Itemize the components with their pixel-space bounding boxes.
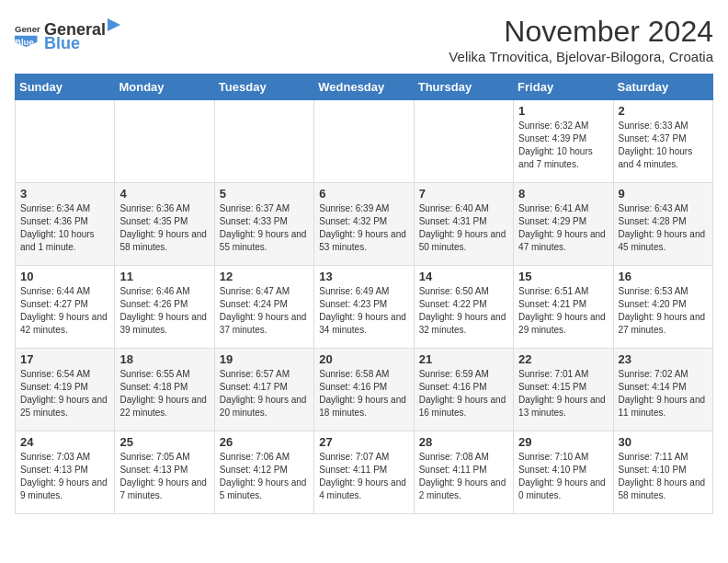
- day-cell: 20Sunrise: 6:58 AM Sunset: 4:16 PM Dayli…: [314, 349, 414, 431]
- day-cell: 28Sunrise: 7:08 AM Sunset: 4:11 PM Dayli…: [414, 431, 513, 514]
- day-info: Sunrise: 6:51 AM Sunset: 4:21 PM Dayligh…: [518, 285, 608, 337]
- day-cell: 16Sunrise: 6:53 AM Sunset: 4:20 PM Dayli…: [613, 266, 712, 349]
- day-number: 29: [518, 435, 608, 449]
- day-info: Sunrise: 7:05 AM Sunset: 4:13 PM Dayligh…: [119, 451, 209, 502]
- day-cell: 2Sunrise: 6:33 AM Sunset: 4:37 PM Daylig…: [613, 100, 712, 183]
- day-cell: 24Sunrise: 7:03 AM Sunset: 4:13 PM Dayli…: [16, 431, 115, 514]
- day-info: Sunrise: 6:44 AM Sunset: 4:27 PM Dayligh…: [20, 285, 109, 337]
- header-thursday: Thursday: [414, 75, 513, 100]
- day-number: 28: [419, 435, 508, 449]
- header-wednesday: Wednesday: [314, 75, 414, 100]
- day-info: Sunrise: 6:34 AM Sunset: 4:36 PM Dayligh…: [20, 202, 109, 254]
- day-number: 18: [119, 352, 209, 366]
- day-info: Sunrise: 7:07 AM Sunset: 4:11 PM Dayligh…: [319, 451, 408, 502]
- week-row-2: 3Sunrise: 6:34 AM Sunset: 4:36 PM Daylig…: [16, 183, 713, 266]
- day-info: Sunrise: 6:50 AM Sunset: 4:22 PM Dayligh…: [419, 285, 508, 337]
- day-number: 8: [518, 187, 608, 201]
- week-row-5: 24Sunrise: 7:03 AM Sunset: 4:13 PM Dayli…: [16, 431, 713, 514]
- day-number: 9: [619, 187, 708, 201]
- day-info: Sunrise: 7:06 AM Sunset: 4:12 PM Dayligh…: [220, 451, 309, 502]
- day-number: 25: [119, 435, 209, 449]
- day-info: Sunrise: 6:40 AM Sunset: 4:31 PM Dayligh…: [419, 202, 508, 254]
- day-cell: 10Sunrise: 6:44 AM Sunset: 4:27 PM Dayli…: [16, 266, 115, 349]
- day-info: Sunrise: 6:32 AM Sunset: 4:39 PM Dayligh…: [518, 120, 608, 171]
- calendar-header-row: SundayMondayTuesdayWednesdayThursdayFrid…: [16, 75, 713, 100]
- week-row-1: 1Sunrise: 6:32 AM Sunset: 4:39 PM Daylig…: [16, 100, 713, 183]
- day-cell: 3Sunrise: 6:34 AM Sunset: 4:36 PM Daylig…: [16, 183, 115, 266]
- day-info: Sunrise: 7:01 AM Sunset: 4:15 PM Dayligh…: [518, 368, 608, 419]
- day-cell: [16, 100, 115, 183]
- day-cell: 22Sunrise: 7:01 AM Sunset: 4:15 PM Dayli…: [514, 349, 613, 431]
- day-cell: 27Sunrise: 7:07 AM Sunset: 4:11 PM Dayli…: [314, 431, 414, 514]
- day-number: 26: [220, 435, 309, 449]
- day-number: 3: [20, 187, 109, 201]
- logo-arrow-icon: [106, 15, 122, 35]
- day-number: 15: [518, 270, 608, 283]
- day-info: Sunrise: 6:41 AM Sunset: 4:29 PM Dayligh…: [518, 202, 608, 254]
- day-cell: 15Sunrise: 6:51 AM Sunset: 4:21 PM Dayli…: [514, 266, 613, 349]
- day-cell: 21Sunrise: 6:59 AM Sunset: 4:16 PM Dayli…: [414, 349, 513, 431]
- day-cell: 12Sunrise: 6:47 AM Sunset: 4:24 PM Dayli…: [214, 266, 313, 349]
- day-info: Sunrise: 6:59 AM Sunset: 4:16 PM Dayligh…: [419, 368, 508, 419]
- day-number: 12: [220, 270, 309, 283]
- day-cell: 19Sunrise: 6:57 AM Sunset: 4:17 PM Dayli…: [214, 349, 313, 431]
- day-number: 24: [20, 435, 109, 449]
- day-info: Sunrise: 6:36 AM Sunset: 4:35 PM Dayligh…: [119, 202, 209, 254]
- day-cell: 17Sunrise: 6:54 AM Sunset: 4:19 PM Dayli…: [16, 349, 115, 431]
- day-cell: [214, 100, 313, 183]
- day-number: 30: [619, 435, 708, 449]
- day-info: Sunrise: 6:57 AM Sunset: 4:17 PM Dayligh…: [220, 368, 309, 419]
- svg-text:General: General: [15, 24, 40, 34]
- day-number: 2: [619, 104, 708, 118]
- day-info: Sunrise: 6:58 AM Sunset: 4:16 PM Dayligh…: [319, 368, 408, 419]
- header-saturday: Saturday: [613, 75, 712, 100]
- day-info: Sunrise: 6:46 AM Sunset: 4:26 PM Dayligh…: [119, 285, 209, 337]
- day-cell: 5Sunrise: 6:37 AM Sunset: 4:33 PM Daylig…: [214, 183, 313, 266]
- day-info: Sunrise: 6:39 AM Sunset: 4:32 PM Dayligh…: [319, 202, 408, 254]
- day-info: Sunrise: 7:03 AM Sunset: 4:13 PM Dayligh…: [20, 451, 109, 502]
- day-cell: 6Sunrise: 6:39 AM Sunset: 4:32 PM Daylig…: [314, 183, 414, 266]
- day-info: Sunrise: 7:08 AM Sunset: 4:11 PM Dayligh…: [419, 451, 508, 502]
- day-number: 27: [319, 435, 408, 449]
- day-number: 4: [119, 187, 209, 201]
- day-info: Sunrise: 6:55 AM Sunset: 4:18 PM Dayligh…: [119, 368, 209, 419]
- header-sunday: Sunday: [16, 75, 115, 100]
- day-cell: 7Sunrise: 6:40 AM Sunset: 4:31 PM Daylig…: [414, 183, 513, 266]
- header-tuesday: Tuesday: [214, 75, 313, 100]
- day-info: Sunrise: 6:54 AM Sunset: 4:19 PM Dayligh…: [20, 368, 109, 419]
- svg-marker-3: [108, 18, 120, 31]
- header-monday: Monday: [115, 75, 214, 100]
- main-title: November 2024: [449, 15, 713, 49]
- day-number: 1: [518, 104, 608, 118]
- day-info: Sunrise: 7:11 AM Sunset: 4:10 PM Dayligh…: [619, 451, 708, 502]
- day-cell: 8Sunrise: 6:41 AM Sunset: 4:29 PM Daylig…: [514, 183, 613, 266]
- day-cell: 30Sunrise: 7:11 AM Sunset: 4:10 PM Dayli…: [613, 431, 712, 514]
- day-number: 22: [518, 352, 608, 366]
- day-cell: 14Sunrise: 6:50 AM Sunset: 4:22 PM Dayli…: [414, 266, 513, 349]
- day-info: Sunrise: 7:10 AM Sunset: 4:10 PM Dayligh…: [518, 451, 608, 502]
- day-cell: [314, 100, 414, 183]
- calendar-table: SundayMondayTuesdayWednesdayThursdayFrid…: [15, 74, 713, 514]
- logo-icon: General Blue: [15, 21, 40, 47]
- day-number: 13: [319, 270, 408, 283]
- day-cell: 4Sunrise: 6:36 AM Sunset: 4:35 PM Daylig…: [115, 183, 214, 266]
- day-number: 17: [20, 352, 109, 366]
- day-info: Sunrise: 6:47 AM Sunset: 4:24 PM Dayligh…: [220, 285, 309, 337]
- day-number: 19: [220, 352, 309, 366]
- day-info: Sunrise: 6:49 AM Sunset: 4:23 PM Dayligh…: [319, 285, 408, 337]
- svg-text:Blue: Blue: [15, 37, 34, 47]
- day-info: Sunrise: 6:33 AM Sunset: 4:37 PM Dayligh…: [619, 120, 708, 171]
- day-info: Sunrise: 6:53 AM Sunset: 4:20 PM Dayligh…: [619, 285, 708, 337]
- day-number: 6: [319, 187, 408, 201]
- logo: General Blue General Blue: [15, 15, 122, 53]
- day-cell: [414, 100, 513, 183]
- day-cell: 9Sunrise: 6:43 AM Sunset: 4:28 PM Daylig…: [613, 183, 712, 266]
- day-number: 5: [220, 187, 309, 201]
- title-area: November 2024 Velika Trnovitica, Bjelova…: [449, 15, 713, 64]
- day-number: 10: [20, 270, 109, 283]
- day-cell: 13Sunrise: 6:49 AM Sunset: 4:23 PM Dayli…: [314, 266, 414, 349]
- day-info: Sunrise: 6:43 AM Sunset: 4:28 PM Dayligh…: [619, 202, 708, 254]
- day-number: 21: [419, 352, 508, 366]
- header-friday: Friday: [514, 75, 613, 100]
- header: General Blue General Blue November 2024 …: [15, 15, 713, 64]
